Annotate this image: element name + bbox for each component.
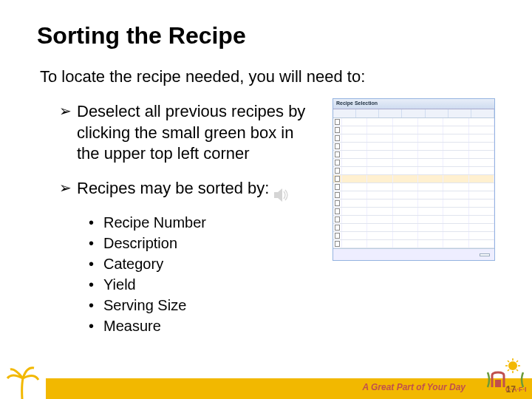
palm-icon: [4, 365, 41, 399]
sort-field: Description: [89, 233, 318, 253]
recipe-grid-screenshot: Recipe Selection: [332, 98, 495, 261]
sort-field-list: Recipe Number Description Category Yield…: [89, 212, 318, 336]
text-column: Deselect all previous recipes by clickin…: [37, 101, 318, 336]
page-number: 17: [506, 384, 516, 395]
content-row: Deselect all previous recipes by clickin…: [37, 101, 495, 336]
sort-field: Yield: [89, 274, 318, 295]
sort-field: Category: [89, 253, 318, 274]
sort-field: Measure: [89, 316, 318, 336]
footer-tagline: A Great Part of Your Day: [362, 382, 466, 392]
bullet-deselect: Deselect all previous recipes by clickin…: [59, 101, 318, 165]
intro-text: To locate the recipe needed, you will ne…: [40, 67, 495, 86]
footer-bar: A Great Part of Your Day: [46, 378, 532, 399]
grid-close-button: [480, 253, 490, 256]
sort-field: Recipe Number: [89, 212, 318, 233]
svg-line-7: [516, 369, 518, 371]
svg-line-9: [508, 369, 509, 371]
footer-left: [0, 365, 46, 399]
footer: A Great Part of Your Day: [0, 372, 532, 399]
svg-rect-10: [495, 380, 501, 387]
svg-line-8: [516, 361, 518, 362]
speaker-icon: [273, 188, 291, 202]
slide: Sorting the Recipe To locate the recipe …: [0, 0, 532, 399]
grid-body: [333, 118, 494, 248]
svg-marker-0: [274, 188, 282, 202]
sort-field: Serving Size: [89, 295, 318, 316]
grid-window-title: Recipe Selection: [333, 99, 494, 109]
grid-columns: [333, 109, 494, 118]
svg-line-6: [508, 361, 509, 362]
grid-footer: [333, 248, 494, 260]
svg-point-1: [508, 361, 517, 370]
page-title: Sorting the Recipe: [37, 22, 495, 50]
